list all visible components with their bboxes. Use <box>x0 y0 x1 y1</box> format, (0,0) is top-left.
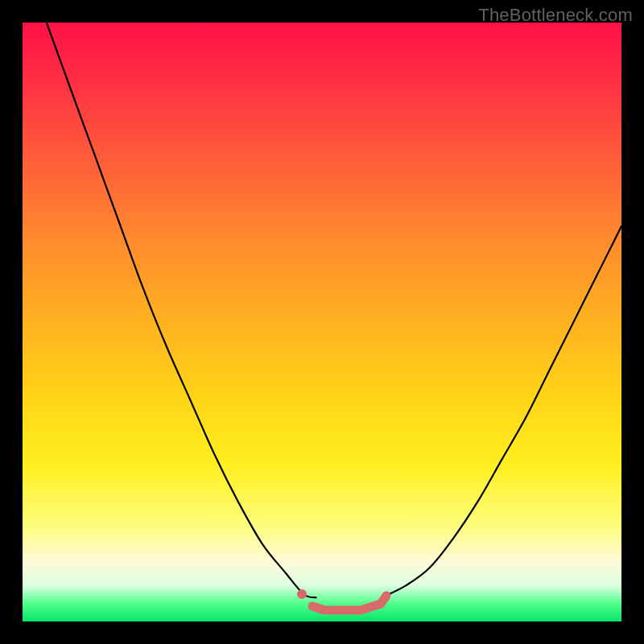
left-curve <box>47 23 316 597</box>
curves-svg <box>23 23 621 621</box>
chart-frame: TheBottleneck.com <box>0 0 644 644</box>
trough-marker-segment <box>312 596 386 610</box>
watermark-text: TheBottleneck.com <box>478 5 633 26</box>
trough-marker-dot <box>297 589 307 599</box>
right-curve <box>382 226 621 597</box>
plot-area <box>23 23 621 621</box>
